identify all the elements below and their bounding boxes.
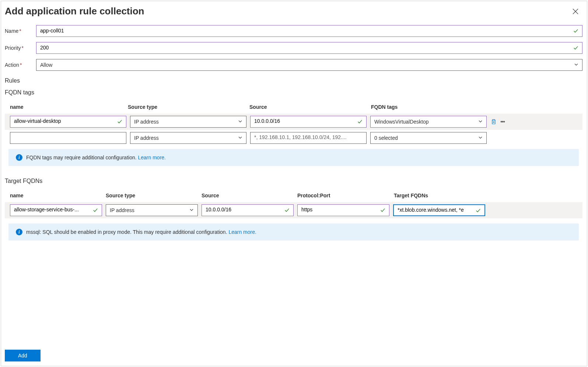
- rule-collection-panel: Add application rule collection Name* Pr…: [1, 1, 587, 366]
- fqdn-table-header: name Source type Source FQDN tags: [5, 100, 582, 114]
- checkmark-icon: [117, 119, 122, 125]
- info-icon: i: [16, 154, 22, 161]
- close-icon: [573, 8, 578, 14]
- checkmark-icon: [476, 208, 481, 214]
- panel-footer: Add: [5, 350, 41, 361]
- row-name-input[interactable]: [14, 134, 115, 140]
- panel-header: Add application rule collection: [1, 1, 587, 21]
- info-message: mssql: SQL should be enabled in proxy mo…: [26, 229, 228, 235]
- trash-icon: [491, 119, 497, 125]
- name-input-wrapper: [36, 25, 582, 37]
- chevron-down-icon: [478, 135, 483, 141]
- col-name: name: [10, 104, 128, 110]
- priority-row: Priority*: [5, 42, 582, 54]
- priority-label-text: Priority: [5, 45, 21, 51]
- chevron-down-icon: [238, 119, 242, 125]
- info-message: FQDN tags may require additional configu…: [26, 155, 138, 160]
- action-value: Allow: [40, 62, 52, 68]
- target-table: name Source type Source Protocol:Port Ta…: [5, 189, 582, 218]
- row-fqdn-tags-value: 0 selected: [374, 135, 398, 141]
- row-source-cell: [202, 204, 294, 216]
- add-button[interactable]: Add: [5, 350, 41, 361]
- chevron-down-icon: [478, 119, 483, 125]
- row-fqdn-tags-value: WindowsVirtualDesktop: [374, 119, 429, 125]
- col-name: name: [10, 193, 106, 198]
- info-icon: i: [16, 229, 22, 235]
- row-name-input[interactable]: [14, 207, 91, 212]
- row-actions: •••: [490, 118, 506, 125]
- checkmark-icon: [284, 208, 290, 214]
- row-source-cell: [250, 116, 367, 128]
- row-fqdn-tags-select[interactable]: 0 selected: [370, 132, 487, 144]
- table-row: IP address: [5, 202, 582, 218]
- row-source-type-value: IP address: [134, 119, 159, 125]
- checkmark-icon: [573, 28, 578, 35]
- name-input[interactable]: [40, 28, 570, 34]
- row-name-cell: [10, 116, 126, 128]
- row-fqdn-tags-select[interactable]: WindowsVirtualDesktop: [370, 116, 487, 128]
- name-label: Name*: [5, 28, 36, 34]
- row-name-input[interactable]: [14, 118, 115, 124]
- priority-input-container: [36, 42, 582, 54]
- action-select[interactable]: Allow: [36, 59, 582, 71]
- checkmark-icon: [380, 208, 385, 214]
- row-source-input[interactable]: [206, 207, 282, 212]
- required-indicator: *: [22, 45, 24, 51]
- action-label: Action*: [5, 62, 36, 68]
- target-fqdns-subsection-title: Target FQDNs: [5, 178, 582, 184]
- col-fqdn-tags: FQDN tags: [371, 104, 582, 110]
- row-name-cell: [10, 204, 102, 216]
- row-source-type-select[interactable]: IP address: [130, 116, 246, 128]
- name-label-text: Name: [5, 28, 18, 34]
- delete-button[interactable]: [490, 118, 497, 125]
- mssql-info-banner: i mssql: SQL should be enabled in proxy …: [8, 224, 579, 240]
- col-target-fqdns: Target FQDNs: [394, 193, 582, 198]
- row-source-type-select[interactable]: IP address: [106, 204, 198, 216]
- required-indicator: *: [20, 62, 22, 68]
- checkmark-icon: [357, 119, 363, 125]
- chevron-down-icon: [574, 62, 578, 68]
- info-text: mssql: SQL should be enabled in proxy mo…: [26, 229, 256, 235]
- action-label-text: Action: [5, 62, 19, 68]
- panel-content: Name* Priority*: [1, 21, 587, 246]
- fqdn-info-banner: i FQDN tags may require additional confi…: [8, 149, 579, 166]
- col-source: Source: [249, 104, 371, 110]
- panel-title: Add application rule collection: [5, 6, 144, 17]
- target-table-header: name Source type Source Protocol:Port Ta…: [5, 189, 582, 202]
- chevron-down-icon: [238, 135, 242, 141]
- col-source: Source: [202, 193, 297, 198]
- action-row: Action* Allow: [5, 59, 582, 71]
- col-source-type: Source type: [106, 193, 202, 198]
- row-source-input[interactable]: [254, 118, 355, 124]
- row-source-cell: [250, 132, 367, 144]
- learn-more-link[interactable]: Learn more.: [228, 229, 256, 235]
- priority-input[interactable]: [40, 45, 570, 51]
- row-source-type-value: IP address: [134, 135, 159, 141]
- row-source-type-select[interactable]: IP address: [130, 132, 246, 144]
- table-row: IP address WindowsVirtualDesktop •: [5, 114, 582, 130]
- learn-more-link[interactable]: Learn more.: [138, 155, 165, 160]
- name-input-container: [36, 25, 582, 37]
- row-target-fqdns-cell: [393, 204, 485, 216]
- row-name-cell: [10, 132, 126, 144]
- col-protocol: Protocol:Port: [297, 193, 394, 198]
- more-icon: •••: [500, 119, 505, 125]
- col-source-type: Source type: [128, 104, 249, 110]
- chevron-down-icon: [189, 208, 194, 213]
- priority-input-wrapper: [36, 42, 582, 54]
- required-indicator: *: [19, 28, 21, 34]
- row-protocol-input[interactable]: [301, 207, 378, 212]
- fqdn-table: name Source type Source FQDN tags IP add…: [5, 100, 582, 144]
- row-source-input[interactable]: [254, 134, 355, 140]
- table-row: IP address 0 selected: [5, 132, 582, 144]
- rules-section-title: Rules: [5, 77, 582, 84]
- row-source-type-value: IP address: [110, 207, 134, 213]
- fqdn-tags-subsection-title: FQDN tags: [5, 89, 582, 96]
- name-row: Name*: [5, 25, 582, 37]
- row-target-fqdns-input[interactable]: [398, 207, 473, 213]
- checkmark-icon: [93, 208, 98, 214]
- more-button[interactable]: •••: [499, 118, 506, 125]
- close-button[interactable]: [570, 6, 581, 17]
- priority-label: Priority*: [5, 45, 36, 51]
- checkmark-icon: [573, 45, 578, 52]
